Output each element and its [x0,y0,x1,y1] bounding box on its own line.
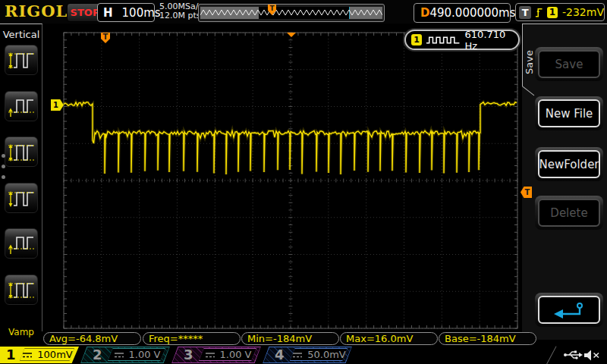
return-arrow-icon [552,301,587,319]
menu-button-back[interactable] [535,293,603,327]
channel3-number: 3 [184,347,193,363]
speaker-muted-icon [583,349,601,362]
channel3-chip[interactable]: 3 1.00 V [171,347,261,363]
channel4-number: 4 [275,347,285,363]
usb-icon [563,349,583,361]
measurement-avg: Avg=-64.8mV [43,332,141,345]
vertical-measure-sidebar: Vertical Vmax Vmin [0,24,42,331]
page-indicator-dot [2,154,5,158]
freq-counter-channel-badge: 1 [411,34,422,46]
save-menu-panel: Save Save New File NewFolder Delete [522,24,607,340]
pulse-train-icon [426,34,460,46]
top-status-bar: RIGOL STOP H 100ms 5.00MSa/s 12.0M pts T… [0,0,607,24]
sidebar-item-vamp-label: Vamp [0,327,42,337]
channel1-number: 1 [6,347,16,363]
channel-status-bar: 1 100mV 2 [0,346,607,364]
channel2-scale: 1.00 V [129,349,161,360]
timebase-value: 100ms [122,6,161,20]
delay-label: D [420,6,429,20]
vpp-icon [6,140,36,164]
trigger-label: T [519,6,531,19]
preview-strip [200,7,382,19]
dc-coupling-icon [204,351,216,359]
delay-value: 490.000000ms [429,6,515,20]
channel4-chip[interactable]: 4 50.0mV [263,347,352,363]
oscilloscope-screen: RIGOL STOP H 100ms 5.00MSa/s 12.0M pts T… [0,0,607,364]
sidebar-item-vbase[interactable] [5,228,38,259]
acquisition-info: 5.00MSa/s 12.0M pts [159,2,203,20]
channel1-scale: 100mV [37,349,72,360]
channel2-chip[interactable]: 2 1.00 V [80,347,170,363]
vtop-icon [6,186,36,210]
channel4-scale: 50.0mV [307,349,346,360]
channel3-scale: 1.00 V [220,349,252,360]
rigol-logo: RIGOL [5,2,68,20]
page-indicator-dot [2,175,5,179]
menu-button-delete-label: Delete [538,199,600,227]
edge-trigger-icon [534,6,543,19]
menu-tab-title: Save [524,38,534,86]
vmin-icon [6,94,36,118]
dc-coupling-icon [113,351,125,359]
sidebar-item-vmax[interactable] [5,45,38,75]
sidebar-item-vmin[interactable] [5,91,38,121]
menu-left-border [522,24,523,86]
menu-button-delete[interactable]: Delete [535,196,603,230]
sidebar-title: Vertical [0,29,42,40]
grid-and-trace [43,24,522,331]
measurement-freq: Freq=***** [143,332,241,345]
menu-button-save[interactable]: Save [535,47,603,81]
menu-button-save-label: Save [538,50,600,78]
menu-tab-diagonal [521,85,534,96]
sidebar-item-vpp[interactable] [5,136,38,167]
menu-button-new-folder[interactable]: NewFolder [535,147,603,181]
freq-counter-value: 610.710 Hz [465,29,518,52]
sidebar-item-vtop[interactable] [5,183,38,213]
waveform-display-area: T 1 T 1 610.710 Hz [43,24,522,331]
page-indicator-dot [2,165,5,168]
menu-button-new-file-label: New File [538,99,600,127]
preview-zigzag-icon [200,7,382,19]
channel2-number: 2 [93,347,102,363]
menu-button-new-file[interactable]: New File [535,96,603,130]
memory-waveform-preview[interactable]: T [198,4,385,22]
memory-depth: 12.0M pts [159,11,203,20]
delay-box: D 490.000000ms [414,3,511,23]
measurement-base: Base=-184mV [439,332,536,345]
frequency-counter: 1 610.710 Hz [404,30,520,50]
vbase-icon [6,231,36,256]
measurement-max: Max=16.0mV [340,332,438,345]
vamp-icon [6,278,36,302]
vmax-icon [6,48,36,72]
channel1-chip[interactable]: 1 100mV [0,347,79,363]
horizontal-label: H [103,6,113,20]
trigger-level-value: -232mV [562,6,604,18]
menu-button-new-folder-label: NewFolder [538,150,600,178]
horizontal-timebase-box: H 100ms [97,3,155,22]
measurement-min: Min=-184mV [241,332,339,345]
sidebar-item-vamp[interactable] [5,275,38,305]
trigger-info-box: T 1 -232mV [515,3,605,21]
record-center-marker-icon [287,33,296,37]
trigger-source-badge: 1 [547,7,558,18]
dc-coupling-icon [21,351,33,359]
